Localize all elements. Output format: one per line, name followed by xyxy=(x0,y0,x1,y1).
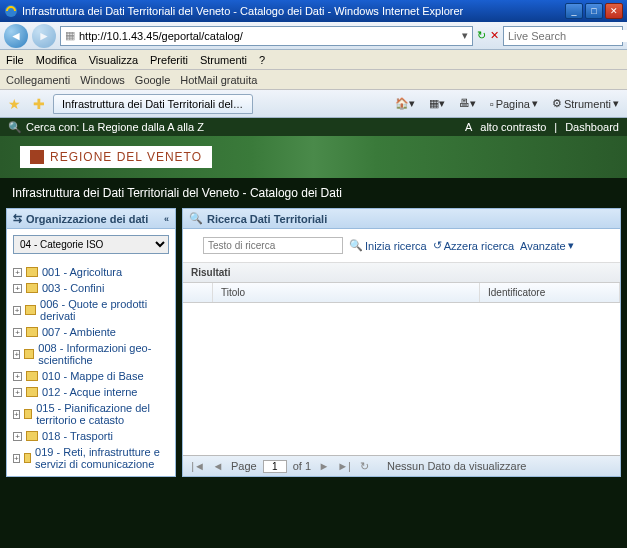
tree-item-label: 012 - Acque interne xyxy=(42,386,137,398)
tree-item[interactable]: +019 - Reti, infrastrutture e servizi di… xyxy=(13,444,169,472)
logo-mark-icon xyxy=(30,150,44,164)
prev-page-button[interactable]: ◄ xyxy=(211,459,225,473)
refresh-grid-button[interactable]: ↻ xyxy=(357,459,371,473)
link-item[interactable]: HotMail gratuita xyxy=(180,74,257,86)
tree-item-label: 006 - Quote e prodotti derivati xyxy=(40,298,169,322)
menu-bar: File Modifica Visualizza Preferiti Strum… xyxy=(0,50,627,70)
category-select[interactable]: 04 - Categorie ISO xyxy=(13,235,169,254)
link-item[interactable]: Google xyxy=(135,74,170,86)
first-page-button[interactable]: |◄ xyxy=(191,459,205,473)
right-panel: 🔍 Ricerca Dati Territoriali 🔍Inizia rice… xyxy=(182,208,621,477)
tree-item[interactable]: +010 - Mappe di Base xyxy=(13,368,169,384)
search-button[interactable]: 🔍Inizia ricerca xyxy=(349,239,427,252)
page-of: of 1 xyxy=(293,460,311,472)
expand-icon[interactable]: + xyxy=(13,388,22,397)
browser-tab[interactable]: Infrastruttura dei Dati Territoriali del… xyxy=(53,94,253,114)
logo-text: REGIONE DEL VENETO xyxy=(50,150,202,164)
tree-item-label: 003 - Confini xyxy=(42,282,104,294)
search-input[interactable] xyxy=(203,237,343,254)
site-banner: REGIONE DEL VENETO xyxy=(0,136,627,178)
print-button[interactable]: 🖶▾ xyxy=(455,95,480,112)
col-blank xyxy=(183,283,213,302)
col-ident[interactable]: Identificatore xyxy=(480,283,620,302)
last-page-button[interactable]: ►| xyxy=(337,459,351,473)
tree-item-label: 007 - Ambiente xyxy=(42,326,116,338)
menu-file[interactable]: File xyxy=(6,54,24,66)
browser-search-input[interactable] xyxy=(508,30,627,42)
expand-icon[interactable]: + xyxy=(13,410,20,419)
tree-item[interactable]: +006 - Quote e prodotti derivati xyxy=(13,296,169,324)
tree-item[interactable]: +001 - Agricoltura xyxy=(13,264,169,280)
site-topbar: 🔍 Cerca con: La Regione dalla A alla Z A… xyxy=(0,118,627,136)
page-input[interactable] xyxy=(263,460,287,473)
tree-item[interactable]: +012 - Acque interne xyxy=(13,384,169,400)
search-tab-icon: 🔍 xyxy=(189,212,203,225)
tree-item-label: 019 - Reti, infrastrutture e servizi di … xyxy=(35,446,169,470)
col-title[interactable]: Titolo xyxy=(213,283,480,302)
tree-item[interactable]: +003 - Confini xyxy=(13,280,169,296)
collapse-button[interactable]: « xyxy=(164,214,169,224)
contrast-icon: A xyxy=(465,121,472,133)
category-tree: +001 - Agricoltura+003 - Confini+006 - Q… xyxy=(7,260,175,476)
ie-icon xyxy=(4,4,18,18)
feed-button[interactable]: ▦▾ xyxy=(425,95,449,112)
expand-icon[interactable]: + xyxy=(13,284,22,293)
folder-icon xyxy=(26,431,38,441)
next-page-button[interactable]: ► xyxy=(317,459,331,473)
tree-item[interactable]: +008 - Informazioni geo-scientifiche xyxy=(13,340,169,368)
contrast-link[interactable]: alto contrasto xyxy=(480,121,546,133)
advanced-toggle[interactable]: Avanzate ▾ xyxy=(520,239,574,252)
expand-icon[interactable]: + xyxy=(13,268,22,277)
menu-favorites[interactable]: Preferiti xyxy=(150,54,188,66)
expand-icon[interactable]: + xyxy=(13,350,20,359)
reset-button[interactable]: ↺Azzera ricerca xyxy=(433,239,514,252)
search-icon: 🔍 xyxy=(8,121,22,134)
expand-icon[interactable]: + xyxy=(13,328,22,337)
tree-item[interactable]: +015 - Pianificazione del territorio e c… xyxy=(13,400,169,428)
tree-item[interactable]: +018 - Trasporti xyxy=(13,428,169,444)
browser-search[interactable]: 🔍 xyxy=(503,26,623,46)
add-favorite-icon[interactable]: ✚ xyxy=(33,96,45,112)
menu-edit[interactable]: Modifica xyxy=(36,54,77,66)
url-input[interactable] xyxy=(79,30,462,42)
close-button[interactable]: ✕ xyxy=(605,3,623,19)
left-panel-header: ⇆ Organizzazione dei dati « xyxy=(7,209,175,229)
tab-bar: ★ ✚ Infrastruttura dei Dati Territoriali… xyxy=(0,90,627,118)
favorites-icon[interactable]: ★ xyxy=(8,96,21,112)
no-data-label: Nessun Dato da visualizzare xyxy=(387,460,526,472)
folder-icon xyxy=(25,305,36,315)
tree-item-label: 010 - Mappe di Base xyxy=(42,370,144,382)
address-bar[interactable]: ▦ ▾ xyxy=(60,26,473,46)
minimize-button[interactable]: _ xyxy=(565,3,583,19)
forward-button[interactable]: ► xyxy=(32,24,56,48)
menu-tools[interactable]: Strumenti xyxy=(200,54,247,66)
expand-icon[interactable]: + xyxy=(13,454,20,463)
right-panel-header: 🔍 Ricerca Dati Territoriali xyxy=(183,209,620,229)
results-body xyxy=(183,303,620,455)
site-logo[interactable]: REGIONE DEL VENETO xyxy=(20,146,212,168)
page-menu[interactable]: ▫ Pagina ▾ xyxy=(486,95,542,112)
column-headers: Titolo Identificatore xyxy=(183,283,620,303)
tools-menu[interactable]: ⚙ Strumenti ▾ xyxy=(548,95,623,112)
topbar-search-label[interactable]: Cerca con: La Regione dalla A alla Z xyxy=(26,121,204,133)
tree-item[interactable]: +007 - Ambiente xyxy=(13,324,169,340)
page-content: 🔍 Cerca con: La Regione dalla A alla Z A… xyxy=(0,118,627,548)
maximize-button[interactable]: □ xyxy=(585,3,603,19)
menu-help[interactable]: ? xyxy=(259,54,265,66)
home-button[interactable]: 🏠▾ xyxy=(391,95,419,112)
stop-button[interactable]: ✕ xyxy=(490,29,499,42)
dropdown-icon[interactable]: ▾ xyxy=(462,29,468,42)
expand-icon[interactable]: + xyxy=(13,372,22,381)
expand-icon[interactable]: + xyxy=(13,432,22,441)
dashboard-link[interactable]: Dashboard xyxy=(565,121,619,133)
right-panel-tab[interactable]: Ricerca Dati Territoriali xyxy=(207,213,327,225)
expand-icon[interactable]: + xyxy=(13,306,21,315)
search-row: 🔍Inizia ricerca ↺Azzera ricerca Avanzate… xyxy=(183,229,620,263)
menu-view[interactable]: Visualizza xyxy=(89,54,138,66)
links-label: Collegamenti xyxy=(6,74,70,86)
folder-icon xyxy=(26,267,38,277)
nav-toolbar: ◄ ► ▦ ▾ ↻ ✕ 🔍 xyxy=(0,22,627,50)
back-button[interactable]: ◄ xyxy=(4,24,28,48)
refresh-button[interactable]: ↻ xyxy=(477,29,486,42)
link-item[interactable]: Windows xyxy=(80,74,125,86)
